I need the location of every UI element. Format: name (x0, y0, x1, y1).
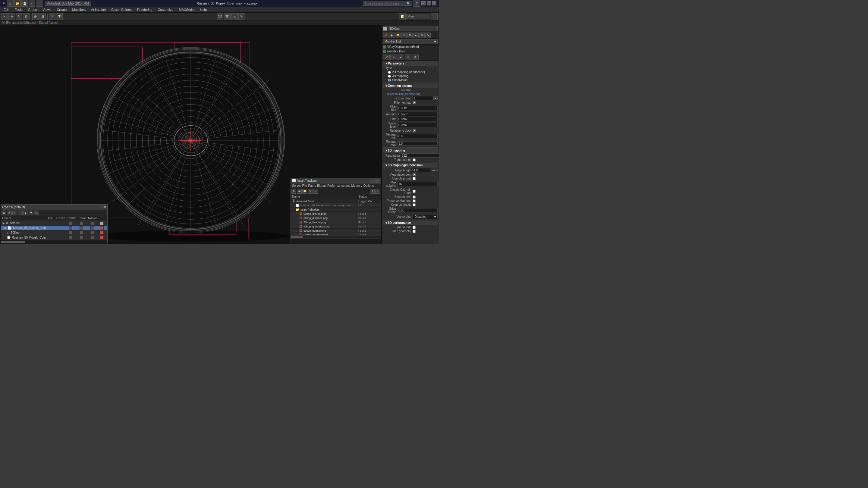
mod-configure-btn[interactable]: ⚙ (412, 55, 418, 60)
edge-thresh-input[interactable] (398, 208, 438, 213)
search-icon[interactable]: 🔍 (407, 1, 411, 5)
layer-remove-btn[interactable]: − (18, 210, 23, 216)
minimize-btn[interactable]: – (421, 1, 426, 5)
asset-menu-options[interactable]: Options (364, 184, 374, 187)
modifier-vray[interactable]: VRayDisplacementMod (382, 44, 439, 49)
asset-menu-paths[interactable]: Paths (308, 184, 316, 187)
snap-2d-btn[interactable]: 2D (217, 13, 223, 20)
angle-snap-btn[interactable]: ∠ (231, 13, 238, 20)
undo-btn[interactable]: ← (29, 0, 35, 7)
named-selections-btn[interactable]: 📝 (399, 13, 406, 20)
motion-panel-icon[interactable]: ► (413, 33, 418, 38)
keep-continuity-check[interactable] (412, 203, 415, 206)
filter-blur-input[interactable] (398, 106, 438, 110)
max-subdivs-input[interactable] (398, 182, 438, 186)
save-btn[interactable]: 💾 (22, 0, 28, 7)
menu-group[interactable]: Group (26, 7, 40, 12)
rotate-btn[interactable]: ↻ (16, 13, 22, 20)
layer-3-hide-check[interactable] (69, 236, 72, 239)
menu-animation[interactable]: Animation (89, 7, 108, 12)
texture-chan-input[interactable] (412, 96, 433, 100)
open-btn[interactable]: 📂 (14, 0, 21, 7)
params-header[interactable]: ▼ Parameters (383, 61, 438, 66)
preserve-map-check[interactable] (412, 199, 415, 202)
layer-0-hide-check[interactable] (69, 221, 72, 225)
filter-texmap-check[interactable] (412, 101, 415, 104)
vector-disp-select[interactable]: Disabled (412, 214, 438, 219)
asset-info-btn[interactable]: ℹ (375, 189, 380, 194)
light-btn[interactable]: 💡 (56, 13, 63, 20)
mod-pin-btn[interactable]: 📌 (383, 55, 390, 60)
modifier-dropdown[interactable]: Modifier List (383, 39, 438, 44)
asset-menu-server[interactable]: Server (292, 184, 301, 187)
layer-1-freeze-check[interactable] (80, 226, 83, 230)
asset-minimize-btn[interactable]: – (370, 178, 374, 183)
view-dependent-check[interactable] (412, 173, 415, 176)
layer-3-color[interactable] (100, 236, 104, 239)
link-btn[interactable]: 🔗 (32, 13, 39, 20)
menu-edit[interactable]: Edit (1, 7, 12, 12)
layer-add-btn[interactable]: + (12, 210, 17, 216)
mod-up-btn[interactable]: ▲ (398, 55, 404, 60)
layer-row-2[interactable]: ⬡ 50Kop (1, 230, 107, 235)
layer-down-btn[interactable]: ▼ (29, 210, 33, 216)
layer-up-btn[interactable]: ▲ (23, 210, 28, 216)
new-btn[interactable]: □ (7, 0, 13, 7)
layer-2-render-check[interactable] (90, 231, 94, 235)
mod-down-btn[interactable]: ▼ (405, 55, 411, 60)
texmap-min-input[interactable] (398, 134, 438, 138)
asset-row-fresnel[interactable]: 🖼 50kop_fresnel.png Found (291, 220, 381, 224)
layer-settings-btn[interactable]: ⚙ (34, 210, 39, 216)
mapping-2d-header[interactable]: ▼ 2D mapping (383, 148, 438, 153)
radio-3d[interactable]: 3D mapping (385, 74, 438, 78)
asset-path-editor-btn[interactable]: ✎ (308, 189, 313, 194)
menu-rendering[interactable]: Rendering (135, 7, 155, 12)
edge-length-input[interactable] (412, 168, 430, 172)
percent-snap-btn[interactable]: % (239, 13, 245, 20)
snap-3d-btn[interactable]: 3D (224, 13, 230, 20)
asset-row-specular[interactable]: 🖼 50kop_specular.png Found (291, 233, 381, 235)
camera-btn[interactable]: 📷 (49, 13, 56, 20)
select-btn[interactable]: ↖ (1, 13, 8, 20)
redo-btn[interactable]: → (36, 0, 42, 7)
layer-row-1[interactable]: ▶ 📄 Russian_50_Kopek_Coin (1, 226, 107, 230)
common-params-header[interactable]: ▼ Common params (383, 84, 438, 88)
asset-close-btn[interactable]: ✕ (375, 178, 379, 183)
scale-btn[interactable]: ⊡ (23, 13, 30, 20)
menu-create[interactable]: Create (54, 7, 69, 12)
asset-resolve-btn[interactable]: ◉ (297, 189, 302, 194)
layer-0-render-check[interactable] (90, 221, 94, 225)
asset-settings-btn[interactable]: ⚙ (370, 189, 375, 194)
mapping-3d-header[interactable]: ▼ 3D mapping/subdivision (383, 163, 438, 167)
asset-menu-bitmap[interactable]: Bitmap Performance and Memory (317, 184, 362, 187)
tight-bounds-2d-check[interactable] (412, 158, 415, 161)
menu-views[interactable]: Views (40, 7, 54, 12)
modifier-vray-checkbox[interactable] (383, 45, 386, 48)
geometry-panel-icon[interactable]: ⬡ (401, 33, 407, 38)
water-level-input[interactable] (398, 123, 438, 127)
layer-3-freeze-check[interactable] (80, 236, 83, 239)
layer-0-freeze-check[interactable] (80, 221, 83, 225)
asset-row-normal[interactable]: 🖼 50kop_normal.png Found (291, 229, 381, 233)
layer-row-0[interactable]: ◉ 0 (default) (1, 221, 107, 226)
resolution-input[interactable] (401, 153, 439, 158)
layer-1-render-check[interactable] (90, 226, 94, 230)
radio-subdiv[interactable]: Subdivision (385, 78, 438, 82)
utility-panel-icon[interactable]: 🔧 (425, 33, 431, 38)
asset-row-file[interactable]: 📄 Russian_50_Kopek_Coin_max_vray.max Ok (291, 203, 381, 207)
layer-0-color[interactable] (100, 221, 104, 225)
help-btn[interactable]: ? (413, 0, 420, 7)
modifier-panel-icon[interactable]: ⚙ (407, 33, 412, 38)
layer-2-freeze-check[interactable] (80, 231, 83, 235)
radio-subdiv-input[interactable] (388, 78, 391, 82)
asset-row-maps[interactable]: 📁 Maps / Shaders (291, 207, 381, 212)
close-btn[interactable]: ✕ (432, 1, 436, 5)
modifier-epoly[interactable]: Editable Poly (382, 49, 439, 54)
menu-modifiers[interactable]: Modifiers (70, 7, 88, 12)
layer-delete-btn[interactable]: ✕ (7, 210, 12, 216)
tight-bounds-perf-check[interactable] (412, 226, 415, 229)
menu-maxscript[interactable]: MAXScript (177, 7, 197, 12)
amount-input[interactable] (398, 112, 438, 116)
pin-icon[interactable]: 📌 (383, 33, 389, 38)
asset-row-displace[interactable]: 🖼 50kop_displace.png Found (291, 216, 381, 220)
